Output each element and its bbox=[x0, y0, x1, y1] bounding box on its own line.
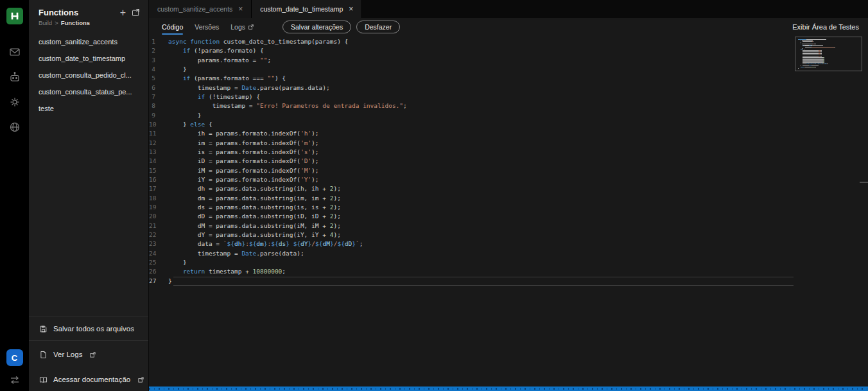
book-icon bbox=[39, 376, 48, 384]
view-logs-link[interactable]: Ver Logs bbox=[29, 341, 148, 368]
function-list-item[interactable]: custom_consulta_pedido_cl... bbox=[29, 67, 148, 83]
code-line[interactable]: 17 dh = params.data.substring(ih, ih + 2… bbox=[149, 184, 791, 193]
tab-label: custom_date_to_timestamp bbox=[260, 5, 343, 13]
line-content: dM = params.data.substring(iM, iM + 2); bbox=[168, 222, 341, 229]
bot-icon[interactable] bbox=[9, 71, 21, 83]
code-line[interactable]: 5 if (params.formato === "") { bbox=[149, 74, 791, 83]
app-window: C Functions + B bbox=[0, 0, 868, 391]
save-changes-button[interactable]: Salvar alterações bbox=[282, 21, 351, 33]
line-content: is = params.formato.indexOf('s'); bbox=[168, 148, 319, 155]
code-line[interactable]: 7 if (!timestamp) { bbox=[149, 92, 791, 101]
code-line[interactable]: 21 dM = params.data.substring(iM, iM + 2… bbox=[149, 222, 791, 230]
code-line[interactable]: 10 } else { bbox=[149, 120, 791, 129]
code-line[interactable]: 8 timestamp = "Erro! Parametros de entra… bbox=[149, 101, 791, 110]
line-number: 7 bbox=[149, 92, 168, 101]
line-number: 27 bbox=[149, 277, 168, 286]
save-icon bbox=[39, 325, 48, 333]
minimap[interactable] bbox=[795, 37, 862, 71]
campaigns-icon[interactable] bbox=[9, 46, 21, 58]
code-line[interactable]: 18 dm = params.data.substring(im, im + 2… bbox=[149, 194, 791, 203]
code-line[interactable]: 1async function custom_date_to_timestamp… bbox=[149, 37, 791, 46]
code-line[interactable]: 23 data = `${dh}:${dm}:${ds} ${dY}/${dM}… bbox=[149, 239, 791, 248]
tab-label: custom_sanitize_accents bbox=[157, 5, 232, 13]
line-content: } bbox=[168, 259, 187, 266]
line-number: 4 bbox=[149, 65, 168, 74]
add-function-icon[interactable]: + bbox=[120, 8, 126, 17]
line-content: iY = params.formato.indexOf('Y'); bbox=[168, 176, 319, 183]
docs-link[interactable]: Acessar documentação bbox=[29, 368, 148, 391]
line-content: } bbox=[168, 277, 172, 284]
code-line[interactable]: 27} bbox=[149, 277, 791, 286]
docs-label: Acessar documentação bbox=[53, 376, 130, 383]
line-number: 19 bbox=[149, 203, 168, 212]
line-number: 26 bbox=[149, 267, 168, 276]
tab-custom-sanitize-accents[interactable]: custom_sanitize_accents × bbox=[149, 0, 252, 18]
undo-button[interactable]: Desfazer bbox=[356, 21, 400, 33]
open-editor-icon[interactable] bbox=[131, 8, 141, 17]
line-content: ds = params.data.substring(is, is + 2); bbox=[168, 204, 341, 211]
tab-versoes-label: Versões bbox=[195, 23, 219, 31]
external-link-icon bbox=[248, 24, 254, 30]
code-line[interactable]: 24 timestamp = Date.parse(data); bbox=[149, 249, 791, 258]
save-all-button[interactable]: Salvar todos os arquivos bbox=[29, 317, 148, 341]
code-line[interactable]: 13 is = params.formato.indexOf('s'); bbox=[149, 148, 791, 157]
show-tests-toggle[interactable]: Exibir Área de Testes bbox=[792, 23, 859, 31]
code-line[interactable]: 9 } bbox=[149, 111, 791, 120]
integrations-icon[interactable] bbox=[9, 96, 21, 108]
code-line[interactable]: 6 timestamp = Date.parse(params.data); bbox=[149, 83, 791, 92]
line-content: timestamp = "Erro! Parametros de entrada… bbox=[168, 102, 407, 109]
function-list-item[interactable]: custom_consulta_status_pe... bbox=[29, 83, 148, 100]
line-content: async function custom_date_to_timestamp(… bbox=[168, 38, 348, 45]
code-line[interactable]: 16 iY = params.formato.indexOf('Y'); bbox=[149, 175, 791, 184]
save-all-label: Salvar todos os arquivos bbox=[53, 325, 134, 333]
code-line[interactable]: 19 ds = params.data.substring(is, is + 2… bbox=[149, 203, 791, 212]
close-icon[interactable]: × bbox=[349, 5, 353, 13]
close-icon[interactable]: × bbox=[238, 5, 243, 13]
tab-logs[interactable]: Logs bbox=[230, 23, 254, 31]
code-line[interactable]: 4 } bbox=[149, 65, 791, 74]
code-line[interactable]: 22 dY = params.data.substring(iY, iY + 4… bbox=[149, 230, 791, 239]
line-number: 1 bbox=[149, 37, 168, 46]
line-content: data = `${dh}:${dm}:${ds} ${dY}/${dM}/${… bbox=[168, 240, 363, 247]
code-line[interactable]: 3 params.formato = ""; bbox=[149, 56, 791, 65]
c-badge[interactable]: C bbox=[6, 349, 23, 366]
code-line[interactable]: 26 return timestamp + 10800000; bbox=[149, 267, 791, 276]
function-list-item[interactable]: custom_sanitize_accents bbox=[29, 33, 148, 50]
code-line[interactable]: 11 ih = params.formato.indexOf('h'); bbox=[149, 129, 791, 138]
function-list-item[interactable]: custom_date_to_timestamp bbox=[29, 50, 148, 67]
function-list: custom_sanitize_accents custom_date_to_t… bbox=[29, 33, 148, 117]
c-badge-label: C bbox=[12, 353, 17, 363]
line-number: 14 bbox=[149, 157, 168, 166]
line-number: 5 bbox=[149, 74, 168, 83]
code-line[interactable]: 14 iD = params.formato.indexOf('D'); bbox=[149, 157, 791, 166]
tab-custom-date-to-timestamp[interactable]: custom_date_to_timestamp × bbox=[252, 0, 362, 18]
line-content: return timestamp + 10800000; bbox=[168, 268, 286, 275]
switch-icon[interactable] bbox=[9, 374, 21, 386]
tab-versoes[interactable]: Versões bbox=[195, 23, 219, 31]
line-content: im = params.formato.indexOf('m'); bbox=[168, 139, 319, 146]
code-line[interactable]: 12 im = params.formato.indexOf('m'); bbox=[149, 139, 791, 148]
code-line[interactable]: 2 if (!params.formato) { bbox=[149, 46, 791, 55]
breadcrumb: Build > Functions bbox=[39, 19, 141, 26]
code-line[interactable]: 15 iM = params.formato.indexOf('M'); bbox=[149, 166, 791, 175]
scrollbar-handle[interactable] bbox=[860, 182, 868, 183]
external-link-icon bbox=[137, 376, 144, 383]
breadcrumb-separator: > bbox=[55, 19, 58, 26]
activity-nav bbox=[9, 46, 21, 133]
line-number: 13 bbox=[149, 148, 168, 157]
breadcrumb-root[interactable]: Build bbox=[39, 19, 52, 26]
code-editor[interactable]: 1async function custom_date_to_timestamp… bbox=[149, 36, 868, 387]
line-number: 18 bbox=[149, 194, 168, 203]
line-content: dh = params.data.substring(ih, ih + 2); bbox=[168, 185, 341, 192]
code-lines[interactable]: 1async function custom_date_to_timestamp… bbox=[149, 37, 791, 286]
globe-icon[interactable] bbox=[9, 121, 21, 133]
line-number: 25 bbox=[149, 258, 168, 267]
tab-codigo[interactable]: Código bbox=[162, 23, 183, 31]
line-content: if (!params.formato) { bbox=[168, 47, 264, 54]
main-area: custom_sanitize_accents × custom_date_to… bbox=[149, 0, 868, 391]
function-list-item[interactable]: teste bbox=[29, 100, 148, 117]
code-line[interactable]: 20 dD = params.data.substring(iD, iD + 2… bbox=[149, 212, 791, 221]
line-content: } bbox=[168, 65, 187, 73]
logo-glyph bbox=[10, 11, 20, 21]
code-line[interactable]: 25 } bbox=[149, 258, 791, 267]
